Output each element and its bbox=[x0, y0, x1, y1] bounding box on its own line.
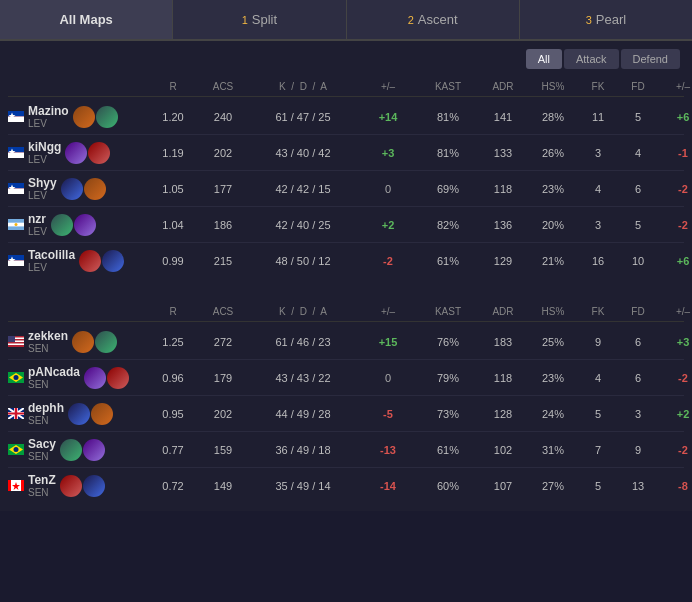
stat-fk: 11 bbox=[578, 111, 618, 123]
stat-kast: 69% bbox=[418, 183, 478, 195]
tab-all-maps[interactable]: All Maps bbox=[0, 0, 173, 39]
stat-fpm: -1 bbox=[658, 147, 692, 159]
stat-r: 1.05 bbox=[148, 183, 198, 195]
stat-acs: 272 bbox=[198, 336, 248, 348]
player-info: Sacy SEN bbox=[8, 437, 148, 462]
stat-kda: 43 / 43 / 22 bbox=[248, 372, 358, 384]
player-info: Shyy LEV bbox=[8, 176, 148, 201]
agent-avatar bbox=[72, 331, 94, 353]
stat-fpm: -2 bbox=[658, 219, 692, 231]
player-team: LEV bbox=[28, 262, 75, 273]
team1-section: R ACS K / D / A +/– KAST ADR HS% FK FD +… bbox=[0, 77, 692, 286]
tab-split[interactable]: 1Split bbox=[173, 0, 346, 39]
agent-avatar bbox=[60, 439, 82, 461]
player-team: LEV bbox=[28, 154, 61, 165]
svg-rect-23 bbox=[8, 336, 15, 342]
header-hs: HS% bbox=[528, 81, 578, 92]
stat-hs: 25% bbox=[528, 336, 578, 348]
stat-fk: 5 bbox=[578, 408, 618, 420]
agent-avatar bbox=[96, 106, 118, 128]
flag-icon bbox=[8, 408, 24, 419]
tab-split-num: 1 bbox=[242, 14, 248, 26]
header-r: R bbox=[148, 81, 198, 92]
section-divider bbox=[0, 286, 692, 302]
player-name: nzr bbox=[28, 212, 47, 226]
stat-adr: 136 bbox=[478, 219, 528, 231]
agent-avatars bbox=[79, 250, 124, 272]
header-fd: FD bbox=[618, 81, 658, 92]
tab-pearl[interactable]: 3Pearl bbox=[520, 0, 692, 39]
stat-kast: 82% bbox=[418, 219, 478, 231]
stat-fpm: -2 bbox=[658, 444, 692, 456]
agent-avatar bbox=[65, 142, 87, 164]
header2-fd: FD bbox=[618, 306, 658, 317]
player-name-team: Shyy LEV bbox=[28, 176, 57, 201]
player-name: TenZ bbox=[28, 473, 56, 487]
player-team: SEN bbox=[28, 451, 56, 462]
agent-avatar bbox=[73, 106, 95, 128]
stat-fpm: -2 bbox=[658, 183, 692, 195]
filter-all-button[interactable]: All bbox=[526, 49, 562, 69]
stat-hs: 23% bbox=[528, 183, 578, 195]
stat-fd: 6 bbox=[618, 336, 658, 348]
table-row: nzr LEV 1.04 186 42 / 40 / 25 +2 82% 136… bbox=[8, 207, 684, 243]
stat-kda: 61 / 47 / 25 bbox=[248, 111, 358, 123]
filter-defend-button[interactable]: Defend bbox=[621, 49, 680, 69]
stat-acs: 177 bbox=[198, 183, 248, 195]
stat-kast: 60% bbox=[418, 480, 478, 492]
stat-adr: 128 bbox=[478, 408, 528, 420]
player-name: kiNgg bbox=[28, 140, 61, 154]
player-name-team: Tacolilla LEV bbox=[28, 248, 75, 273]
agent-avatar bbox=[79, 250, 101, 272]
flag-icon bbox=[8, 255, 24, 266]
agent-avatar bbox=[84, 367, 106, 389]
stat-fk: 9 bbox=[578, 336, 618, 348]
player-team: LEV bbox=[28, 118, 69, 129]
tab-ascent-num: 2 bbox=[408, 14, 414, 26]
stat-fk: 4 bbox=[578, 183, 618, 195]
header-kda: K / D / A bbox=[248, 81, 358, 92]
stat-acs: 179 bbox=[198, 372, 248, 384]
svg-point-36 bbox=[14, 447, 19, 452]
stat-fpm: +2 bbox=[658, 408, 692, 420]
header-adr: ADR bbox=[478, 81, 528, 92]
table-row: Mazino LEV 1.20 240 61 / 47 / 25 +14 81%… bbox=[8, 99, 684, 135]
stat-fd: 6 bbox=[618, 183, 658, 195]
stat-fpm: -8 bbox=[658, 480, 692, 492]
stat-r: 1.19 bbox=[148, 147, 198, 159]
stat-fd: 5 bbox=[618, 111, 658, 123]
agent-avatar bbox=[102, 250, 124, 272]
filter-attack-button[interactable]: Attack bbox=[564, 49, 619, 69]
tab-ascent[interactable]: 2Ascent bbox=[347, 0, 520, 39]
table-row: pANcada SEN 0.96 179 43 / 43 / 22 0 79% … bbox=[8, 360, 684, 396]
stat-fpm: -2 bbox=[658, 372, 692, 384]
stat-fpm: +3 bbox=[658, 336, 692, 348]
stat-kast: 81% bbox=[418, 111, 478, 123]
tab-ascent-label: Ascent bbox=[418, 12, 458, 27]
player-info: Mazino LEV bbox=[8, 104, 148, 129]
flag-icon bbox=[8, 444, 24, 455]
table-row: zekken SEN 1.25 272 61 / 46 / 23 +15 76%… bbox=[8, 324, 684, 360]
agent-avatar bbox=[60, 475, 82, 497]
agent-avatar bbox=[83, 475, 105, 497]
player-name-team: pANcada SEN bbox=[28, 365, 80, 390]
col-headers-team2: R ACS K / D / A +/– KAST ADR HS% FK FD +… bbox=[8, 302, 684, 322]
flag-icon bbox=[8, 111, 24, 122]
team2-section: R ACS K / D / A +/– KAST ADR HS% FK FD +… bbox=[0, 302, 692, 511]
agent-avatar bbox=[74, 214, 96, 236]
tabs-bar: All Maps 1Split 2Ascent 3Pearl bbox=[0, 0, 692, 41]
stat-fk: 5 bbox=[578, 480, 618, 492]
stat-kda: 44 / 49 / 28 bbox=[248, 408, 358, 420]
stat-r: 0.77 bbox=[148, 444, 198, 456]
player-name: Shyy bbox=[28, 176, 57, 190]
flag-icon bbox=[8, 147, 24, 158]
stat-hs: 31% bbox=[528, 444, 578, 456]
stat-acs: 202 bbox=[198, 147, 248, 159]
stat-pm: -2 bbox=[358, 255, 418, 267]
table-row: dephh SEN 0.95 202 44 / 49 / 28 -5 73% 1… bbox=[8, 396, 684, 432]
stat-r: 0.72 bbox=[148, 480, 198, 492]
player-info: nzr LEV bbox=[8, 212, 148, 237]
agent-avatars bbox=[72, 331, 117, 353]
stat-fpm: +6 bbox=[658, 111, 692, 123]
stat-fk: 3 bbox=[578, 147, 618, 159]
